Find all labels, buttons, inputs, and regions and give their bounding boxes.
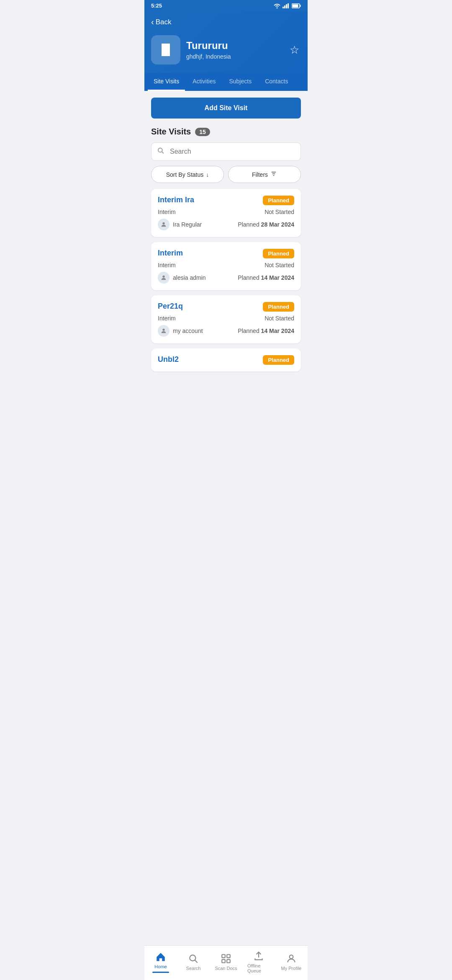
card-meta-row: Interim Not Started	[158, 209, 294, 215]
org-location: ghdhjf, Indonesia	[186, 53, 282, 60]
card-type: Interim	[158, 209, 176, 215]
tab-site-visits-label: Site Visits	[154, 78, 179, 85]
card-user-row: Ira Regular Planned 28 Mar 2024	[158, 219, 294, 230]
filters-label: Filters	[252, 171, 268, 178]
building-icon	[157, 41, 174, 58]
person-icon	[160, 221, 167, 228]
back-button[interactable]: ‹ Back	[151, 15, 171, 28]
tab-activities[interactable]: Activities	[187, 73, 221, 91]
add-site-visit-button[interactable]: Add Site Visit	[151, 98, 301, 119]
sort-by-label: Sort By Status	[166, 171, 203, 178]
visit-card[interactable]: Unbl2 Planned	[151, 348, 301, 371]
back-arrow-icon: ‹	[151, 17, 154, 27]
person-icon	[160, 274, 167, 281]
search-icon	[157, 147, 164, 157]
user-avatar	[158, 325, 170, 337]
org-info: Turururu ghdhjf, Indonesia	[186, 40, 282, 60]
status-badge: Planned	[263, 302, 294, 312]
wifi-icon	[273, 3, 281, 8]
back-label: Back	[156, 18, 172, 26]
card-user: my account	[173, 328, 234, 334]
sort-by-status-button[interactable]: Sort By Status ↓	[151, 166, 224, 183]
visit-card[interactable]: Per21q Planned Interim Not Started my ac…	[151, 295, 301, 343]
card-header: Interim Planned	[158, 249, 294, 258]
user-avatar	[158, 219, 170, 230]
filters-button[interactable]: Filters	[228, 166, 301, 183]
person-icon	[160, 328, 167, 334]
org-avatar	[151, 35, 180, 64]
tab-bar: Site Visits Activities Subjects Contacts	[144, 73, 308, 91]
card-user: alesia admin	[173, 274, 234, 281]
card-user-row: my account Planned 14 Mar 2024	[158, 325, 294, 337]
site-visits-count: 15	[195, 128, 210, 136]
card-title: Interim	[158, 249, 183, 258]
signal-icon	[282, 3, 290, 8]
search-container	[151, 142, 301, 161]
card-planned-date: Planned 28 Mar 2024	[238, 221, 294, 228]
card-progress: Not Started	[265, 209, 294, 215]
svg-point-15	[162, 329, 164, 331]
svg-point-13	[162, 222, 164, 224]
sort-chevron-icon: ↓	[206, 171, 209, 178]
status-badge: Planned	[263, 196, 294, 205]
svg-rect-2	[284, 5, 285, 8]
card-header: Interim Ira Planned	[158, 196, 294, 205]
header: ‹ Back Turururu ghdhjf, Indonesia ☆	[144, 11, 308, 73]
main-content: Add Site Visit Site Visits 15 Sort By St…	[144, 91, 308, 414]
section-title: Site Visits	[151, 127, 191, 137]
svg-rect-3	[286, 4, 287, 8]
tab-site-visits[interactable]: Site Visits	[148, 73, 185, 91]
visit-card[interactable]: Interim Planned Interim Not Started ales…	[151, 242, 301, 290]
org-name: Turururu	[186, 40, 282, 52]
card-meta-row: Interim Not Started	[158, 262, 294, 268]
svg-rect-7	[293, 4, 298, 7]
card-planned-date: Planned 14 Mar 2024	[238, 274, 294, 281]
user-avatar	[158, 272, 170, 284]
status-time: 5:25	[151, 3, 162, 9]
card-header: Unbl2 Planned	[158, 355, 294, 365]
svg-rect-1	[282, 7, 284, 8]
card-meta-row: Interim Not Started	[158, 315, 294, 322]
status-badge: Planned	[263, 355, 294, 365]
svg-rect-6	[300, 5, 301, 7]
visit-card[interactable]: Interim Ira Planned Interim Not Started …	[151, 189, 301, 237]
battery-icon	[292, 3, 301, 8]
svg-point-14	[162, 276, 164, 278]
card-user: Ira Regular	[173, 221, 234, 228]
card-progress: Not Started	[265, 262, 294, 268]
svg-line-9	[162, 152, 164, 153]
card-title: Per21q	[158, 302, 183, 311]
tab-subjects[interactable]: Subjects	[223, 73, 257, 91]
filter-row: Sort By Status ↓ Filters	[151, 166, 301, 183]
status-bar: 5:25	[144, 0, 308, 11]
svg-rect-4	[288, 3, 289, 8]
svg-point-0	[277, 7, 278, 8]
favorite-button[interactable]: ☆	[288, 43, 301, 57]
status-icons	[273, 3, 301, 8]
filter-icon	[270, 170, 277, 178]
svg-point-8	[158, 148, 162, 152]
tab-activities-label: Activities	[193, 78, 216, 85]
card-progress: Not Started	[265, 315, 294, 322]
card-header: Per21q Planned	[158, 302, 294, 312]
header-top: ‹ Back	[151, 15, 301, 28]
card-title: Interim Ira	[158, 196, 194, 204]
tab-contacts-label: Contacts	[265, 78, 288, 85]
status-badge: Planned	[263, 249, 294, 258]
tab-subjects-label: Subjects	[229, 78, 252, 85]
card-type: Interim	[158, 315, 176, 322]
search-input[interactable]	[151, 142, 301, 161]
header-profile: Turururu ghdhjf, Indonesia ☆	[151, 35, 301, 64]
section-header: Site Visits 15	[151, 127, 301, 137]
card-user-row: alesia admin Planned 14 Mar 2024	[158, 272, 294, 284]
card-planned-date: Planned 14 Mar 2024	[238, 328, 294, 334]
tab-contacts[interactable]: Contacts	[259, 73, 294, 91]
card-title: Unbl2	[158, 355, 179, 364]
card-type: Interim	[158, 262, 176, 268]
